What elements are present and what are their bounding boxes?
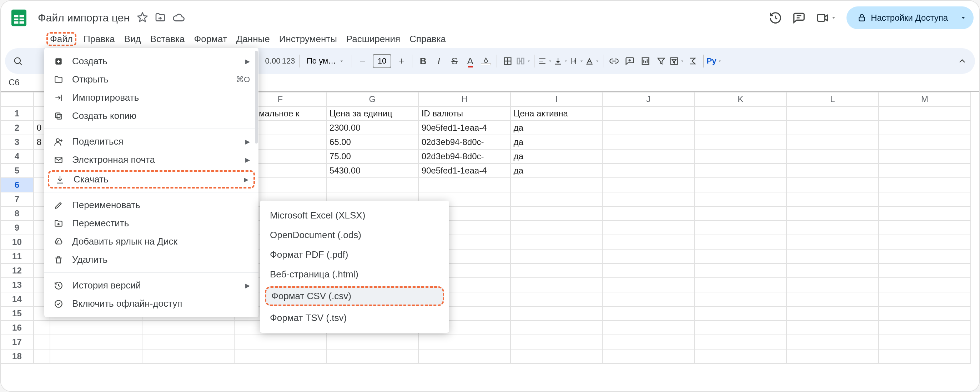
- column-header[interactable]: G: [326, 92, 418, 107]
- download-tsv[interactable]: Формат TSV (.tsv): [260, 308, 449, 328]
- cell[interactable]: [602, 249, 694, 263]
- cell[interactable]: 75.00: [326, 149, 418, 164]
- cell[interactable]: 90e5fed1-1eaa-4: [418, 121, 511, 135]
- cell[interactable]: [694, 235, 786, 249]
- cell[interactable]: [786, 192, 878, 206]
- cell[interactable]: [878, 349, 971, 363]
- menu-extensions[interactable]: Расширения: [346, 33, 400, 45]
- cell[interactable]: [602, 306, 694, 320]
- insert-chart-button[interactable]: [638, 53, 653, 69]
- file-menu-add-shortcut[interactable]: Добавить ярлык на Диск: [44, 233, 258, 251]
- functions-button[interactable]: [685, 53, 700, 69]
- cell[interactable]: [602, 221, 694, 235]
- file-menu-download[interactable]: Скачать ▸: [48, 170, 255, 188]
- filter-button[interactable]: [653, 53, 669, 69]
- cell[interactable]: 02d3eb94-8d0c-: [418, 149, 511, 164]
- bold-button[interactable]: B: [415, 53, 431, 69]
- currency-format[interactable]: 0.00: [265, 53, 281, 69]
- cell[interactable]: [786, 278, 878, 292]
- text-color-button[interactable]: A: [462, 53, 478, 69]
- share-button[interactable]: Настройки Доступа: [846, 6, 974, 29]
- cell[interactable]: [786, 320, 878, 335]
- cell[interactable]: [511, 263, 603, 278]
- cell[interactable]: [142, 335, 234, 349]
- dropdown-scrollbar[interactable]: [254, 51, 258, 314]
- download-html[interactable]: Веб-страница (.html): [260, 265, 449, 284]
- row-header[interactable]: 1: [0, 107, 33, 121]
- cell[interactable]: [786, 135, 878, 149]
- cell[interactable]: [878, 107, 971, 121]
- name-box[interactable]: C6: [9, 78, 20, 88]
- cell[interactable]: [878, 221, 971, 235]
- cell[interactable]: да: [511, 149, 603, 164]
- cell[interactable]: [511, 335, 603, 349]
- cell[interactable]: [786, 335, 878, 349]
- cell[interactable]: да: [511, 135, 603, 149]
- cell[interactable]: [511, 178, 603, 192]
- cell[interactable]: [511, 278, 603, 292]
- cell[interactable]: [326, 178, 418, 192]
- horizontal-align-button[interactable]: [537, 53, 553, 69]
- share-caret-icon[interactable]: [956, 11, 969, 24]
- file-menu-version-history[interactable]: История версий ▸: [44, 276, 258, 295]
- cell[interactable]: [694, 320, 786, 335]
- row-header[interactable]: 12: [0, 263, 33, 278]
- row-header[interactable]: 5: [0, 164, 33, 178]
- cell[interactable]: да: [511, 164, 603, 178]
- cell[interactable]: [694, 206, 786, 221]
- cell[interactable]: [602, 292, 694, 306]
- cell[interactable]: [602, 192, 694, 206]
- merge-cells-button[interactable]: [515, 53, 531, 69]
- row-header[interactable]: 18: [0, 349, 33, 363]
- cell[interactable]: Цена активна: [511, 107, 603, 121]
- cell[interactable]: [50, 335, 142, 349]
- row-header[interactable]: 8: [0, 206, 33, 221]
- download-pdf[interactable]: Формат PDF (.pdf): [260, 245, 449, 265]
- file-menu-move[interactable]: Переместить: [44, 214, 258, 233]
- cell[interactable]: [511, 349, 603, 363]
- cell[interactable]: [694, 135, 786, 149]
- cell[interactable]: [694, 263, 786, 278]
- cell[interactable]: [878, 192, 971, 206]
- row-header[interactable]: 4: [0, 149, 33, 164]
- cell[interactable]: [786, 292, 878, 306]
- menu-format[interactable]: Формат: [194, 33, 227, 45]
- cell[interactable]: 65.00: [326, 135, 418, 149]
- cell[interactable]: [694, 192, 786, 206]
- row-header[interactable]: 2: [0, 121, 33, 135]
- cell[interactable]: [694, 121, 786, 135]
- cell[interactable]: [511, 292, 603, 306]
- cell[interactable]: [602, 320, 694, 335]
- column-header[interactable]: H: [418, 92, 511, 107]
- number-format[interactable]: 123: [281, 53, 296, 69]
- cell[interactable]: [786, 235, 878, 249]
- file-menu-share[interactable]: Поделиться ▸: [44, 132, 258, 151]
- cell[interactable]: [878, 178, 971, 192]
- row-header[interactable]: 15: [0, 306, 33, 320]
- row-header[interactable]: 3: [0, 135, 33, 149]
- cell[interactable]: [786, 221, 878, 235]
- cell[interactable]: [511, 306, 603, 320]
- menu-help[interactable]: Справка: [409, 33, 446, 45]
- file-menu-import[interactable]: Импортировать: [44, 89, 258, 107]
- cell[interactable]: [511, 235, 603, 249]
- cell[interactable]: [786, 349, 878, 363]
- italic-button[interactable]: I: [431, 53, 447, 69]
- cell[interactable]: [878, 335, 971, 349]
- cell[interactable]: [418, 178, 511, 192]
- font-size-increase[interactable]: [393, 53, 409, 69]
- borders-button[interactable]: [500, 53, 515, 69]
- cell[interactable]: [326, 349, 418, 363]
- row-header[interactable]: 14: [0, 292, 33, 306]
- cell[interactable]: ID валюты: [418, 107, 511, 121]
- file-menu-offline[interactable]: Включить офлайн-доступ: [44, 295, 258, 313]
- cell[interactable]: [602, 349, 694, 363]
- cell[interactable]: [142, 349, 234, 363]
- cell[interactable]: [602, 149, 694, 164]
- download-csv[interactable]: Формат CSV (.csv): [265, 286, 444, 306]
- cell[interactable]: [326, 335, 418, 349]
- text-rotation-button[interactable]: [584, 53, 600, 69]
- cell[interactable]: [878, 149, 971, 164]
- cell[interactable]: [511, 206, 603, 221]
- file-menu-email[interactable]: Электронная почта ▸: [44, 151, 258, 169]
